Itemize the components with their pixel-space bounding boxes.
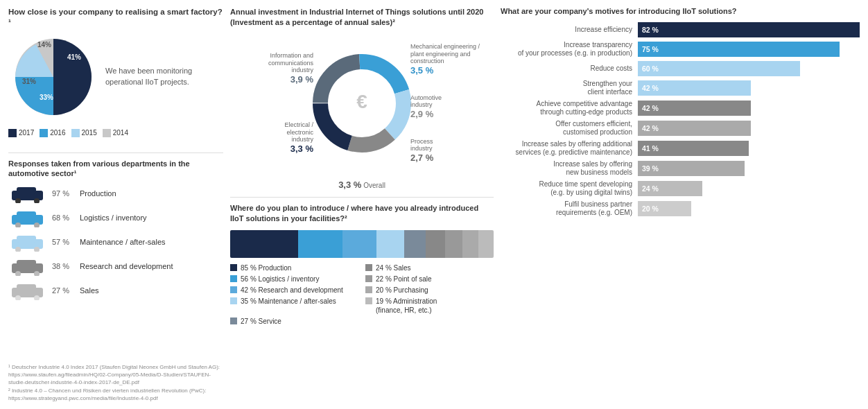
footnote-1: ¹ Deutscher Industrie 4.0 Index 2017 (St… xyxy=(8,363,223,387)
bar-seg-service xyxy=(404,230,426,258)
bar-label-offer: Offer customers efficient,customised pro… xyxy=(501,120,632,137)
dept-label-production: Production xyxy=(80,189,116,198)
bar-label-oem: Fulfil business partnerrequirements (e.g… xyxy=(501,200,632,217)
overall-text: Overall xyxy=(363,182,385,189)
bar-track-offer: 42 % xyxy=(638,121,860,136)
legend-2016: 2016 xyxy=(40,129,65,137)
bar-row-oem: Fulfil business partnerrequirements (e.g… xyxy=(501,200,860,217)
legend-2015: 2015 xyxy=(71,129,97,137)
bar-pct-costs: 60 % xyxy=(642,64,659,73)
bar-label-efficiency: Increase efficiency xyxy=(501,26,632,34)
bar-row-offer: Offer customers efficient,customised pro… xyxy=(501,120,860,137)
legend-text-logistics: 56 % Logistics / inventory xyxy=(241,275,319,284)
legend-service: 27 % Service xyxy=(230,317,358,326)
donut-labels-right: Mechanical engineering /plant engineerin… xyxy=(410,34,494,173)
bar-fill-sales-add: 41 % xyxy=(638,141,749,156)
legend-logistics: 56 % Logistics / inventory xyxy=(230,275,358,284)
legend-sales: 24 % Sales xyxy=(365,263,494,272)
legend-sq-pos xyxy=(365,275,372,282)
bar-fill-client: 42 % xyxy=(638,80,751,96)
legend-text-sales: 24 % Sales xyxy=(376,263,411,272)
bar-seg-purchasing xyxy=(462,230,478,258)
bar-fill-new-models: 39 % xyxy=(638,161,745,176)
bar-track-client: 42 % xyxy=(638,80,860,96)
bar-label-sales-add: Increase sales by offering additionalser… xyxy=(501,140,632,157)
dept-pct-maintenance: 57 % xyxy=(52,238,74,246)
legend-admin: 19 % Administration(finance, HR, etc.) xyxy=(365,297,494,315)
bar-fill-transparency: 75 % xyxy=(638,42,840,57)
bar-track-costs: 60 % xyxy=(638,61,860,76)
bar-label-costs: Reduce costs xyxy=(501,64,632,73)
pie-label: We have been monitoring operational IIoT… xyxy=(105,66,223,87)
bar-fill-oem: 20 % xyxy=(638,201,691,216)
legend-sq-logistics xyxy=(230,275,237,282)
legend-dot-2017 xyxy=(8,129,17,137)
bar-label-client: Strengthen yourclient interface xyxy=(501,80,632,96)
dept-pct-sales: 27 % xyxy=(52,286,74,295)
bar-pct-client: 42 % xyxy=(642,84,659,92)
car-icon-maintenance xyxy=(8,232,46,252)
bar-pct-offer: 42 % xyxy=(642,124,659,132)
dept-row-maintenance: 57 % Maintenance / after-sales xyxy=(8,232,223,252)
bar-seg-logistics xyxy=(298,230,342,258)
divider-left xyxy=(8,153,223,153)
legend-dot-2015 xyxy=(71,129,80,137)
donut-label-info: Information andcommunicationsindustry 3,… xyxy=(230,52,313,85)
svg-text:31%: 31% xyxy=(22,78,36,85)
legend-text-rd: 42 % Research and development xyxy=(241,286,343,295)
bar-track-oem: 20 % xyxy=(638,201,860,216)
bar-fill-competitive: 42 % xyxy=(638,101,751,116)
donut-label-mech: Mechanical engineering /plant engineerin… xyxy=(410,43,494,76)
dept-pct-logistics: 68 % xyxy=(52,214,74,222)
legend-production: 85 % Production xyxy=(230,263,358,272)
svg-rect-10 xyxy=(17,211,36,218)
svg-rect-22 xyxy=(17,284,36,291)
legend-label-2016: 2016 xyxy=(50,129,65,137)
bar-pct-new-models: 39 % xyxy=(642,164,659,173)
bar-track-competitive: 42 % xyxy=(638,101,860,116)
legend-label-2015: 2015 xyxy=(82,129,97,137)
legend-sq-service xyxy=(230,317,237,324)
svg-rect-14 xyxy=(17,236,36,243)
mid-panel: Annual investment in Industrial Internet… xyxy=(230,7,494,402)
footnotes: ¹ Deutscher Industrie 4.0 Index 2017 (St… xyxy=(8,363,223,402)
right-panel: What are your company's motives for intr… xyxy=(501,7,860,402)
donut-label-elec: Electrical /electronicindustry 3,3 % xyxy=(230,121,313,155)
bar-seg-rd xyxy=(342,230,376,258)
bar-row-digital-twins: Reduce time spent developing(e.g. by usi… xyxy=(501,180,860,197)
svg-text:41%: 41% xyxy=(67,53,81,61)
bar-track-transparency: 75 % xyxy=(638,42,860,57)
mid-top-title: Annual investment in Industrial Internet… xyxy=(230,7,494,28)
bar-pct-efficiency: 82 % xyxy=(642,26,659,34)
bar-track-sales-add: 41 % xyxy=(638,141,860,156)
bar-fill-efficiency: 82 % xyxy=(638,22,860,37)
overall-label: 3,3 % Overall xyxy=(230,180,494,190)
bar-fill-costs: 60 % xyxy=(638,61,800,76)
dept-title: Responses taken from various departments… xyxy=(8,159,223,179)
legend-sq-production xyxy=(230,264,237,271)
legend-2017: 2017 xyxy=(8,129,34,137)
bar-row-client: Strengthen yourclient interface 42 % xyxy=(501,80,860,96)
bar-seg-production xyxy=(230,230,298,258)
bar-track-efficiency: 82 % xyxy=(638,22,860,37)
legend-sq-admin xyxy=(365,297,372,304)
bar-fill-offer: 42 % xyxy=(638,121,751,136)
legend-dot-2014 xyxy=(103,129,111,137)
main-container: How close is your company to realising a… xyxy=(0,0,868,409)
donut-label-process: Processindustry 2,7 % xyxy=(410,138,494,164)
bar-seg-pos xyxy=(445,230,462,258)
donut-label-auto: Automotiveindustry 2,9 % xyxy=(410,94,494,120)
legend-pos: 22 % Point of sale xyxy=(365,275,494,284)
dept-pct-production: 97 % xyxy=(52,189,74,198)
bar-label-transparency: Increase transparencyof your processes (… xyxy=(501,41,632,58)
dept-label-sales: Sales xyxy=(80,286,99,295)
overall-pct-value: 3,3 % xyxy=(338,180,361,190)
left-panel: How close is your company to realising a… xyxy=(8,7,223,402)
legend-text-pos: 22 % Point of sale xyxy=(376,275,432,284)
stacked-bar xyxy=(230,230,494,258)
bar-pct-sales-add: 41 % xyxy=(642,144,659,153)
svg-text:14%: 14% xyxy=(37,41,51,49)
car-icon-production xyxy=(8,184,46,203)
bar-row-sales-add: Increase sales by offering additionalser… xyxy=(501,140,860,157)
bar-row-transparency: Increase transparencyof your processes (… xyxy=(501,41,860,58)
